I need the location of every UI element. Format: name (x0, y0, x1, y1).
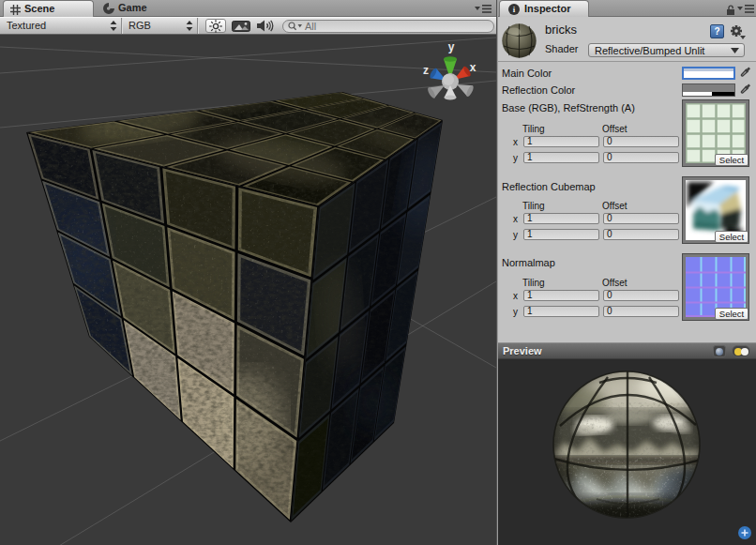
svg-text:z: z (423, 64, 429, 77)
svg-text:y: y (448, 40, 455, 53)
svg-text:x: x (470, 61, 476, 74)
